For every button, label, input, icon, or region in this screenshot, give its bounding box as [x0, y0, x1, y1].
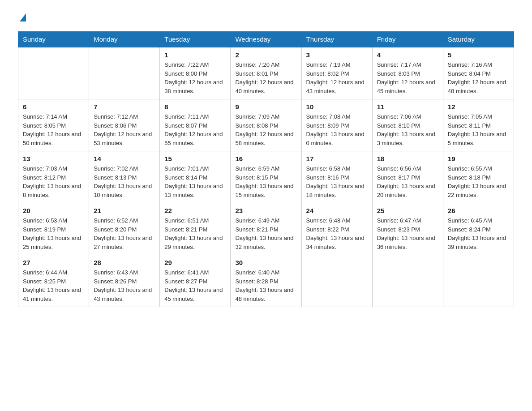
- day-info: Sunrise: 6:51 AMSunset: 8:21 PMDaylight:…: [164, 216, 226, 251]
- day-cell: 24Sunrise: 6:48 AMSunset: 8:22 PMDayligh…: [301, 203, 372, 255]
- day-info: Sunrise: 7:14 AMSunset: 8:05 PMDaylight:…: [23, 112, 84, 147]
- day-cell: 21Sunrise: 6:52 AMSunset: 8:20 PMDayligh…: [89, 203, 160, 255]
- day-info: Sunrise: 7:03 AMSunset: 8:12 PMDaylight:…: [23, 164, 84, 199]
- day-cell: 6Sunrise: 7:14 AMSunset: 8:05 PMDaylight…: [18, 99, 89, 151]
- day-number: 15: [164, 155, 226, 163]
- day-number: 17: [306, 155, 368, 163]
- day-info: Sunrise: 7:20 AMSunset: 8:01 PMDaylight:…: [235, 60, 296, 95]
- day-cell: 18Sunrise: 6:56 AMSunset: 8:17 PMDayligh…: [372, 151, 443, 203]
- day-cell: [301, 255, 372, 307]
- header-cell-monday: Monday: [89, 32, 160, 47]
- week-row-4: 20Sunrise: 6:53 AMSunset: 8:19 PMDayligh…: [18, 203, 514, 255]
- day-number: 11: [377, 103, 438, 111]
- header-cell-tuesday: Tuesday: [160, 32, 231, 47]
- day-cell: 7Sunrise: 7:12 AMSunset: 8:06 PMDaylight…: [89, 99, 160, 151]
- day-number: 20: [23, 207, 84, 214]
- day-number: 16: [235, 155, 296, 163]
- day-info: Sunrise: 6:52 AMSunset: 8:20 PMDaylight:…: [94, 216, 155, 251]
- header-row: SundayMondayTuesdayWednesdayThursdayFrid…: [18, 32, 514, 47]
- day-info: Sunrise: 7:11 AMSunset: 8:07 PMDaylight:…: [164, 112, 226, 147]
- day-number: 3: [306, 51, 368, 59]
- day-number: 28: [94, 259, 155, 266]
- day-number: 30: [235, 259, 296, 266]
- day-cell: 27Sunrise: 6:44 AMSunset: 8:25 PMDayligh…: [18, 255, 89, 307]
- day-cell: 1Sunrise: 7:22 AMSunset: 8:00 PMDaylight…: [160, 47, 231, 99]
- day-info: Sunrise: 6:47 AMSunset: 8:23 PMDaylight:…: [377, 216, 438, 251]
- day-number: 6: [23, 103, 84, 111]
- day-cell: 15Sunrise: 7:01 AMSunset: 8:14 PMDayligh…: [160, 151, 231, 203]
- day-cell: 30Sunrise: 6:40 AMSunset: 8:28 PMDayligh…: [231, 255, 301, 307]
- day-info: Sunrise: 7:09 AMSunset: 8:08 PMDaylight:…: [235, 112, 296, 147]
- calendar-table: SundayMondayTuesdayWednesdayThursdayFrid…: [18, 31, 514, 307]
- day-number: 9: [235, 103, 296, 111]
- day-cell: 23Sunrise: 6:49 AMSunset: 8:21 PMDayligh…: [231, 203, 301, 255]
- day-number: 1: [164, 51, 226, 59]
- day-number: 25: [377, 207, 438, 214]
- day-info: Sunrise: 6:59 AMSunset: 8:15 PMDaylight:…: [235, 164, 296, 199]
- day-cell: 25Sunrise: 6:47 AMSunset: 8:23 PMDayligh…: [372, 203, 443, 255]
- header-cell-friday: Friday: [372, 32, 443, 47]
- day-number: 12: [448, 103, 509, 111]
- day-cell: 3Sunrise: 7:19 AMSunset: 8:02 PMDaylight…: [301, 47, 372, 99]
- logo-blue-text: [18, 13, 26, 22]
- day-cell: 28Sunrise: 6:43 AMSunset: 8:26 PMDayligh…: [89, 255, 160, 307]
- day-info: Sunrise: 7:19 AMSunset: 8:02 PMDaylight:…: [306, 60, 368, 95]
- day-info: Sunrise: 6:53 AMSunset: 8:19 PMDaylight:…: [23, 216, 84, 251]
- day-cell: [372, 255, 443, 307]
- day-cell: 14Sunrise: 7:02 AMSunset: 8:13 PMDayligh…: [89, 151, 160, 203]
- day-info: Sunrise: 6:48 AMSunset: 8:22 PMDaylight:…: [306, 216, 368, 251]
- day-number: 5: [448, 51, 509, 59]
- day-info: Sunrise: 6:58 AMSunset: 8:16 PMDaylight:…: [306, 164, 368, 199]
- day-info: Sunrise: 7:02 AMSunset: 8:13 PMDaylight:…: [94, 164, 155, 199]
- day-cell: 17Sunrise: 6:58 AMSunset: 8:16 PMDayligh…: [301, 151, 372, 203]
- day-cell: 20Sunrise: 6:53 AMSunset: 8:19 PMDayligh…: [18, 203, 89, 255]
- day-info: Sunrise: 6:45 AMSunset: 8:24 PMDaylight:…: [448, 216, 509, 251]
- day-number: 2: [235, 51, 296, 59]
- week-row-3: 13Sunrise: 7:03 AMSunset: 8:12 PMDayligh…: [18, 151, 514, 203]
- day-cell: 26Sunrise: 6:45 AMSunset: 8:24 PMDayligh…: [443, 203, 514, 255]
- header-cell-sunday: Sunday: [18, 32, 89, 47]
- day-number: 13: [23, 155, 84, 163]
- day-number: 10: [306, 103, 368, 111]
- day-info: Sunrise: 7:01 AMSunset: 8:14 PMDaylight:…: [164, 164, 226, 199]
- day-number: 24: [306, 207, 368, 214]
- day-info: Sunrise: 7:06 AMSunset: 8:10 PMDaylight:…: [377, 112, 438, 147]
- day-info: Sunrise: 7:17 AMSunset: 8:03 PMDaylight:…: [377, 60, 438, 95]
- day-info: Sunrise: 6:44 AMSunset: 8:25 PMDaylight:…: [23, 268, 84, 303]
- day-number: 7: [94, 103, 155, 111]
- day-info: Sunrise: 6:40 AMSunset: 8:28 PMDaylight:…: [235, 268, 296, 303]
- day-info: Sunrise: 7:12 AMSunset: 8:06 PMDaylight:…: [94, 112, 155, 147]
- day-info: Sunrise: 7:22 AMSunset: 8:00 PMDaylight:…: [164, 60, 226, 95]
- day-number: 29: [164, 259, 226, 266]
- day-cell: 5Sunrise: 7:16 AMSunset: 8:04 PMDaylight…: [443, 47, 514, 99]
- calendar-body: 1Sunrise: 7:22 AMSunset: 8:00 PMDaylight…: [18, 47, 514, 307]
- day-info: Sunrise: 6:55 AMSunset: 8:18 PMDaylight:…: [448, 164, 509, 199]
- day-cell: 12Sunrise: 7:05 AMSunset: 8:11 PMDayligh…: [443, 99, 514, 151]
- logo-triangle-icon: [20, 13, 26, 21]
- day-info: Sunrise: 6:49 AMSunset: 8:21 PMDaylight:…: [235, 216, 296, 251]
- day-cell: 2Sunrise: 7:20 AMSunset: 8:01 PMDaylight…: [231, 47, 301, 99]
- day-cell: 10Sunrise: 7:08 AMSunset: 8:09 PMDayligh…: [301, 99, 372, 151]
- day-cell: [443, 255, 514, 307]
- calendar-header: SundayMondayTuesdayWednesdayThursdayFrid…: [18, 32, 514, 47]
- day-number: 14: [94, 155, 155, 163]
- day-info: Sunrise: 6:43 AMSunset: 8:26 PMDaylight:…: [94, 268, 155, 303]
- day-cell: 8Sunrise: 7:11 AMSunset: 8:07 PMDaylight…: [160, 99, 231, 151]
- logo: [18, 13, 26, 22]
- day-cell: [89, 47, 160, 99]
- day-info: Sunrise: 6:56 AMSunset: 8:17 PMDaylight:…: [377, 164, 438, 199]
- day-cell: 9Sunrise: 7:09 AMSunset: 8:08 PMDaylight…: [231, 99, 301, 151]
- day-number: 23: [235, 207, 296, 214]
- day-number: 8: [164, 103, 226, 111]
- week-row-2: 6Sunrise: 7:14 AMSunset: 8:05 PMDaylight…: [18, 99, 514, 151]
- day-number: 4: [377, 51, 438, 59]
- day-cell: 16Sunrise: 6:59 AMSunset: 8:15 PMDayligh…: [231, 151, 301, 203]
- day-cell: 4Sunrise: 7:17 AMSunset: 8:03 PMDaylight…: [372, 47, 443, 99]
- day-info: Sunrise: 7:16 AMSunset: 8:04 PMDaylight:…: [448, 60, 509, 95]
- week-row-5: 27Sunrise: 6:44 AMSunset: 8:25 PMDayligh…: [18, 255, 514, 307]
- day-cell: 13Sunrise: 7:03 AMSunset: 8:12 PMDayligh…: [18, 151, 89, 203]
- day-number: 21: [94, 207, 155, 214]
- day-cell: 29Sunrise: 6:41 AMSunset: 8:27 PMDayligh…: [160, 255, 231, 307]
- header-cell-thursday: Thursday: [301, 32, 372, 47]
- day-number: 18: [377, 155, 438, 163]
